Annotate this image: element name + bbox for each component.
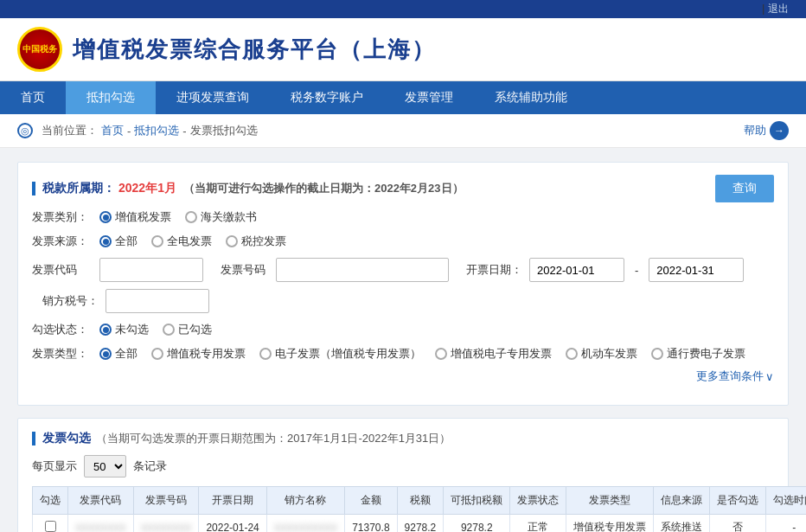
table-card: 发票勾选 （当期可勾选发票的开票日期范围为：2017年1月1日-2022年1月3… <box>17 418 789 532</box>
nav-invoice-mgmt[interactable]: 发票管理 <box>384 81 474 114</box>
radio-full-electronic-dot <box>151 235 163 247</box>
status-label: 勾选状态： <box>32 322 93 337</box>
date-from-input[interactable] <box>529 258 624 282</box>
filter-card: 税款所属期： 2022年1月 （当期可进行勾选操作的截止日期为：2022年2月2… <box>17 162 789 406</box>
seller-tax-label: 销方税号： <box>42 293 99 309</box>
class-toll[interactable]: 通行费电子发票 <box>651 346 745 362</box>
invoice-type-customs[interactable]: 海关缴款书 <box>185 209 257 225</box>
source-row: 发票来源： 全部 全电发票 税控发票 <box>32 234 774 249</box>
breadcrumb-home[interactable]: 首页 <box>101 123 124 138</box>
help-label: 帮助 <box>744 123 766 138</box>
breadcrumb-label: 当前位置： <box>42 123 98 138</box>
table-title: 发票勾选 <box>42 431 91 446</box>
source-group: 全部 全电发票 税控发票 <box>99 234 286 249</box>
invoice-class-inner: 发票类型： 全部 增值税专用发票 电子发票（增值税专用发票） <box>32 346 745 362</box>
class-vat-special[interactable]: 增值税专用发票 <box>151 346 246 362</box>
source-tax-control[interactable]: 税控发票 <box>226 234 286 249</box>
date-to-input[interactable] <box>649 258 744 282</box>
nav-deduction[interactable]: 抵扣勾选 <box>66 81 156 114</box>
chevron-down-icon: ∨ <box>765 370 774 383</box>
table-title-note: （当期可勾选发票的开票日期范围为：2017年1月1日-2022年1月31日） <box>96 431 451 446</box>
cell-code: XXXXXXXX <box>68 515 134 533</box>
col-tax: 税额 <box>397 487 444 515</box>
period-label: 税款所属期： 2022年1月 （当期可进行勾选操作的截止日期为：2022年2月2… <box>32 181 464 196</box>
col-is-checked: 是否勾选 <box>710 487 766 515</box>
location-icon: ◎ <box>17 123 33 138</box>
col-amount: 金额 <box>345 487 397 515</box>
top-bar-separator: | <box>762 2 768 16</box>
breadcrumb-bar: ◎ 当前位置： 首页 - 抵扣勾选 - 发票抵扣勾选 帮助 → <box>0 114 806 148</box>
invoice-class-label: 发票类型： <box>32 346 93 362</box>
page-size-select[interactable]: 50 <box>84 455 126 478</box>
date-label: 开票日期： <box>466 262 522 278</box>
class-electronic-special[interactable]: 增值税电子专用发票 <box>435 346 552 362</box>
invoice-type-vat[interactable]: 增值税发票 <box>99 209 171 225</box>
radio-vat-dot <box>99 211 112 223</box>
nav-home[interactable]: 首页 <box>0 81 66 114</box>
invoice-type-group: 增值税发票 海关缴款书 <box>99 209 257 225</box>
radio-vat-special-dot <box>151 348 163 360</box>
col-deductible: 可抵扣税额 <box>444 487 510 515</box>
col-date: 开票日期 <box>199 487 266 515</box>
app-title: 增值税发票综合服务平台（上海） <box>73 35 436 65</box>
col-number: 发票号码 <box>133 487 199 515</box>
help-button[interactable]: 帮助 → <box>744 121 789 140</box>
col-seller: 销方名称 <box>266 487 344 515</box>
col-status: 发票状态 <box>510 487 566 515</box>
status-checked[interactable]: 已勾选 <box>163 322 212 337</box>
logout-link[interactable]: 退出 <box>768 2 789 16</box>
cell-tax: 9278.2 <box>397 515 444 533</box>
source-all[interactable]: 全部 <box>99 234 138 249</box>
invoice-type-row: 发票类别： 增值税发票 海关缴款书 <box>32 209 774 225</box>
breadcrumb-sep2: - <box>182 125 186 138</box>
class-vehicle[interactable]: 机动车发票 <box>566 346 637 362</box>
col-check-time: 勾选时间 <box>766 487 806 515</box>
number-input[interactable] <box>276 258 449 282</box>
table-title-bar <box>32 432 35 445</box>
table-controls: 每页显示 50 条记录 <box>32 455 774 478</box>
breadcrumb-level1[interactable]: 抵扣勾选 <box>134 123 179 138</box>
cell-date: 2022-01-24 <box>199 515 266 533</box>
table-title-row: 发票勾选 （当期可勾选发票的开票日期范围为：2017年1月1日-2022年1月3… <box>32 431 774 446</box>
source-label: 发票来源： <box>32 234 93 249</box>
query-button[interactable]: 查询 <box>715 175 774 202</box>
col-code: 发票代码 <box>68 487 134 515</box>
cell-seller: XXXXXXXXXX <box>266 515 344 533</box>
radio-checked-dot <box>163 324 175 336</box>
code-input[interactable] <box>99 258 203 282</box>
title-bar <box>32 182 35 195</box>
col-check: 勾选 <box>33 487 68 515</box>
records-label: 条记录 <box>133 458 167 474</box>
status-unchecked[interactable]: 未勾选 <box>99 322 149 337</box>
cell-check[interactable] <box>33 515 68 533</box>
code-number-date-row: 发票代码 发票号码 开票日期： - 销方税号： <box>32 258 774 313</box>
radio-toll-dot <box>651 348 663 360</box>
status-row: 勾选状态： 未勾选 已勾选 <box>32 322 774 337</box>
row-checkbox[interactable] <box>45 521 56 532</box>
radio-class-all-dot <box>99 348 112 360</box>
invoice-class-row: 发票类型： 全部 增值税专用发票 电子发票（增值税专用发票） <box>32 346 774 384</box>
source-full-electronic[interactable]: 全电发票 <box>151 234 212 249</box>
status-group: 未勾选 已勾选 <box>99 322 212 337</box>
class-electronic[interactable]: 电子发票（增值税专用发票） <box>259 346 421 362</box>
cell-source: 系统推送 <box>654 515 710 533</box>
cell-is-checked: 否 <box>710 515 766 533</box>
nav-system-tools[interactable]: 系统辅助功能 <box>474 81 588 114</box>
breadcrumb-level2: 发票抵扣勾选 <box>190 123 258 138</box>
radio-tax-control-dot <box>226 235 238 247</box>
class-all[interactable]: 全部 <box>99 346 138 362</box>
logo-icon: 中国税务 <box>17 27 62 72</box>
breadcrumb-sep1: - <box>127 125 131 138</box>
nav-invoice-query[interactable]: 进项发票查询 <box>156 81 270 114</box>
top-bar: | 退出 <box>0 0 806 18</box>
radio-electronic-dot <box>259 348 272 360</box>
radio-unchecked-dot <box>99 324 112 336</box>
help-icon: → <box>770 121 789 140</box>
cell-check-time: - <box>766 515 806 533</box>
app-header: 中国税务 增值税发票综合服务平台（上海） <box>0 18 806 81</box>
seller-tax-input[interactable] <box>106 289 209 313</box>
nav-tax-account[interactable]: 税务数字账户 <box>270 81 384 114</box>
cell-amount: 71370.8 <box>345 515 397 533</box>
more-conditions-btn[interactable]: 更多查询条件 ∨ <box>696 369 774 384</box>
invoice-class-group: 全部 增值税专用发票 电子发票（增值税专用发票） 增值税电子专用发票 <box>99 346 745 362</box>
